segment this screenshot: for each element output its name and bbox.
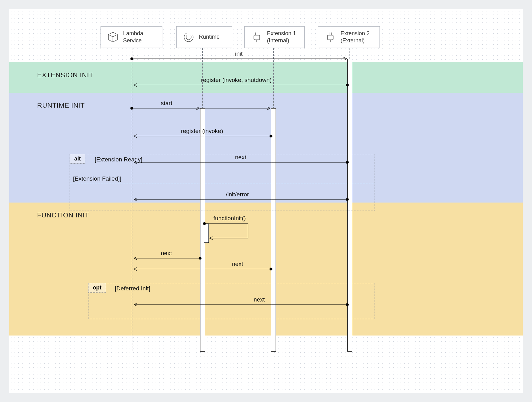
alt-divider (70, 184, 375, 184)
phase-label-fn: FUNCTION INIT (37, 211, 89, 219)
participant-label: Extension 1(Internal) (267, 30, 296, 45)
svg-point-1 (186, 35, 191, 40)
diagram-canvas: EXTENSION INIT RUNTIME INIT FUNCTION INI… (9, 9, 523, 393)
participant-label: Extension 2(External) (341, 30, 370, 45)
msg-next-ext1: next (232, 261, 243, 267)
participant-label: Runtime (199, 33, 220, 41)
svg-rect-6 (328, 35, 333, 40)
participant-runtime: Runtime (176, 26, 232, 48)
phase-label-ext: EXTENSION INIT (37, 71, 93, 79)
participant-ext1: Extension 1(Internal) (244, 26, 305, 48)
fragment-label: opt (88, 283, 106, 293)
participant-label: LambdaService (123, 30, 143, 45)
svg-point-0 (184, 32, 193, 41)
phase-label-rt: RUNTIME INIT (37, 101, 85, 109)
fragment-guard: [Extension Failed]] (73, 175, 121, 182)
cube-icon (106, 31, 119, 44)
msg-init: init (235, 50, 242, 57)
msg-register-ext2: register (invoke, shutdown) (201, 77, 272, 83)
participant-lambda: LambdaService (101, 26, 162, 48)
plug-icon (324, 31, 337, 44)
activation-fninit (204, 224, 209, 243)
spinner-icon (182, 31, 195, 44)
fragment-opt: opt [Deferred Init] (88, 283, 375, 319)
participant-ext2: Extension 2(External) (318, 26, 380, 48)
msg-next-ext2c: next (254, 296, 265, 303)
plug-icon (250, 31, 263, 44)
fragment-guard: [Deferred Init] (115, 285, 150, 292)
msg-fninit: functionInit() (213, 215, 246, 222)
msg-next-a: next (235, 154, 246, 161)
msg-init-error: /init/error (226, 191, 249, 198)
fragment-guard: [Extension Ready] (95, 156, 142, 163)
msg-start: start (161, 100, 172, 107)
fragment-alt: alt [Extension Ready] [Extension Failed]… (70, 154, 375, 211)
msg-register-ext1: register (invoke) (181, 128, 223, 135)
msg-next-rt: next (161, 250, 172, 257)
fragment-label: alt (70, 154, 85, 164)
svg-rect-2 (254, 35, 260, 40)
